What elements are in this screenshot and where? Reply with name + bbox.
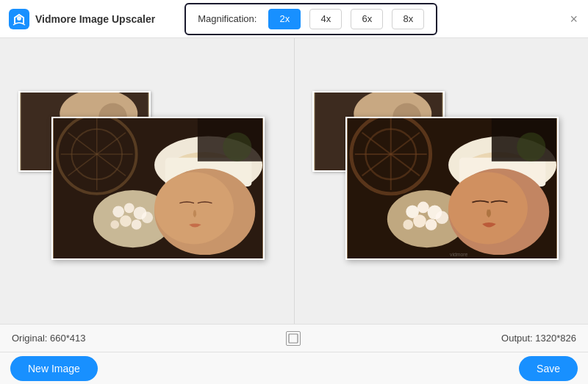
compare-icon[interactable] (286, 331, 301, 346)
app-logo-icon (9, 9, 29, 29)
svg-point-53 (448, 172, 528, 244)
output-stacked-images: vidmore (323, 102, 559, 260)
svg-point-21 (120, 215, 132, 227)
footer: New Image Save (0, 352, 588, 384)
svg-point-49 (426, 219, 437, 231)
panels-container: vidmore (0, 38, 588, 324)
status-bar: Original: 660*413 Output: 1320*826 (0, 324, 588, 352)
output-size-label: Output: 1320*826 (501, 333, 576, 344)
original-image-panel (0, 38, 294, 324)
magnification-label: Magnification: (198, 13, 257, 24)
svg-point-51 (404, 220, 414, 230)
mag-btn-2x[interactable]: 2x (268, 9, 301, 29)
original-size-label: Original: 660*413 (12, 333, 85, 344)
svg-point-50 (436, 211, 449, 224)
close-button[interactable]: × (570, 12, 578, 26)
svg-point-22 (132, 220, 142, 230)
logo-area: Vidmore Image Upscaler (9, 9, 155, 29)
output-main-image: vidmore (345, 117, 559, 260)
svg-rect-57 (289, 334, 298, 343)
svg-point-48 (413, 214, 426, 228)
mag-btn-6x[interactable]: 6x (351, 9, 383, 29)
output-image-panel: vidmore (295, 38, 589, 324)
new-image-button[interactable]: New Image (10, 356, 98, 381)
svg-point-46 (417, 202, 429, 214)
mag-btn-8x[interactable]: 8x (392, 9, 424, 29)
header: Vidmore Image Upscaler Magnification: 2x… (0, 0, 588, 38)
svg-point-18 (112, 206, 124, 217)
magnification-bar: Magnification: 2x 4x 6x 8x (184, 3, 437, 35)
svg-point-28 (223, 133, 251, 162)
svg-point-23 (141, 211, 153, 223)
svg-point-26 (154, 172, 234, 244)
save-button[interactable]: Save (519, 356, 578, 381)
svg-point-19 (124, 203, 135, 214)
svg-point-1 (17, 16, 21, 21)
original-main-image (51, 117, 265, 260)
original-stacked-images (29, 102, 265, 260)
svg-text:vidmore: vidmore (450, 252, 468, 257)
mag-btn-4x[interactable]: 4x (309, 9, 342, 29)
app-title: Vidmore Image Upscaler (35, 13, 155, 25)
svg-point-55 (517, 133, 545, 162)
svg-point-24 (110, 220, 119, 229)
